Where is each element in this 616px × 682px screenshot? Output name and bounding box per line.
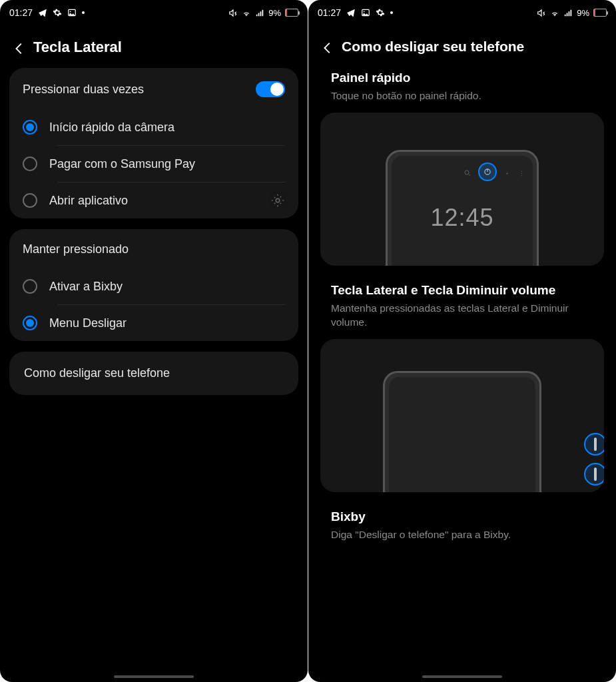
telegram-icon bbox=[38, 8, 47, 17]
mock-phone: 12:45 bbox=[386, 150, 539, 266]
mock-clock: 12:45 bbox=[392, 204, 533, 232]
mute-icon bbox=[228, 8, 238, 17]
back-button[interactable] bbox=[12, 41, 24, 53]
image-icon bbox=[361, 8, 370, 17]
radio-icon bbox=[23, 120, 37, 135]
page-header: Como desligar seu telefone bbox=[308, 25, 616, 61]
section-title: Painel rápido bbox=[320, 67, 604, 87]
radio-icon bbox=[23, 157, 37, 171]
quick-panel-illustration: 12:45 bbox=[320, 113, 604, 266]
gear-icon bbox=[53, 8, 62, 17]
option-label: Abrir aplicativo bbox=[49, 194, 258, 208]
back-button[interactable] bbox=[320, 41, 332, 53]
section-desc: Mantenha pressionadas as teclas Lateral … bbox=[320, 299, 604, 339]
quick-panel-section: Painel rápido Toque no botão no painel r… bbox=[318, 67, 607, 266]
bixby-section: Bixby Diga "Desligar o telefone" para a … bbox=[318, 506, 607, 551]
telegram-icon bbox=[346, 8, 356, 17]
status-time: 01:27 bbox=[9, 7, 33, 18]
status-time: 01:27 bbox=[318, 7, 341, 18]
radio-icon bbox=[23, 193, 37, 208]
more-indicator-icon bbox=[82, 11, 85, 14]
radio-icon bbox=[23, 316, 37, 330]
svg-point-10 bbox=[521, 175, 522, 176]
section-title: Tecla Lateral e Tecla Diminuir volume bbox=[320, 279, 604, 299]
page-title: Tecla Lateral bbox=[33, 39, 122, 56]
side-key-section: Tecla Lateral e Tecla Diminuir volume Ma… bbox=[318, 279, 607, 492]
power-icon-highlight bbox=[478, 163, 497, 181]
page-title: Como desligar seu telefone bbox=[342, 39, 524, 55]
section-desc: Toque no botão no painel rápido. bbox=[320, 87, 604, 113]
left-screenshot: 01:27 9% bbox=[0, 0, 308, 682]
section-label: Manter pressionado bbox=[23, 242, 129, 256]
option-label: Início rápido da câmera bbox=[49, 121, 285, 135]
image-icon bbox=[67, 8, 77, 17]
page-header: Tecla Lateral bbox=[0, 25, 308, 63]
search-icon bbox=[463, 168, 471, 176]
gear-icon bbox=[376, 8, 385, 17]
nav-handle[interactable] bbox=[422, 675, 502, 678]
status-bar: 01:27 9% bbox=[308, 0, 616, 25]
nav-handle[interactable] bbox=[114, 675, 194, 678]
content-area: Pressionar duas vezes Início rápido da c… bbox=[0, 63, 308, 682]
double-press-toggle[interactable] bbox=[256, 81, 285, 97]
svg-point-5 bbox=[465, 170, 469, 174]
more-icon bbox=[518, 168, 526, 176]
section-title: Bixby bbox=[320, 506, 604, 525]
right-screenshot: 01:27 9% bbox=[308, 0, 616, 682]
long-press-header: Manter pressionado bbox=[9, 229, 298, 268]
option-label: Ativar a Bixby bbox=[49, 280, 285, 294]
battery-icon bbox=[593, 9, 607, 17]
long-press-section: Manter pressionado Ativar a Bixby Menu D… bbox=[9, 229, 298, 341]
side-key-illustration bbox=[320, 339, 604, 492]
svg-point-2 bbox=[276, 198, 280, 202]
how-to-power-off-link[interactable]: Como desligar seu telefone bbox=[9, 352, 298, 395]
battery-icon bbox=[285, 9, 298, 17]
mute-icon bbox=[537, 8, 546, 17]
option-open-app[interactable]: Abrir aplicativo bbox=[9, 182, 298, 218]
content-area: Painel rápido Toque no botão no painel r… bbox=[308, 61, 616, 682]
svg-point-7 bbox=[506, 172, 508, 174]
volume-down-highlight bbox=[584, 433, 604, 456]
section-desc: Diga "Desligar o telefone" para a Bixby. bbox=[320, 525, 604, 551]
option-power-menu[interactable]: Menu Desligar bbox=[9, 305, 298, 341]
svg-point-4 bbox=[364, 11, 365, 12]
svg-point-8 bbox=[521, 171, 522, 172]
settings-icon bbox=[503, 168, 511, 176]
link-label: Como desligar seu telefone bbox=[24, 366, 170, 380]
battery-percent: 9% bbox=[268, 8, 281, 18]
option-bixby[interactable]: Ativar a Bixby bbox=[9, 268, 298, 304]
option-samsung-pay[interactable]: Pagar com o Samsung Pay bbox=[9, 146, 298, 182]
option-label: Pagar com o Samsung Pay bbox=[49, 157, 285, 171]
side-key-highlight bbox=[584, 463, 604, 486]
signal-icon bbox=[255, 8, 264, 17]
status-bar: 01:27 9% bbox=[0, 0, 308, 25]
svg-point-9 bbox=[521, 173, 522, 174]
signal-icon bbox=[563, 8, 573, 17]
wifi-icon bbox=[550, 8, 559, 17]
double-press-section: Pressionar duas vezes Início rápido da c… bbox=[9, 68, 298, 218]
battery-percent: 9% bbox=[577, 8, 589, 18]
more-indicator-icon bbox=[390, 11, 393, 14]
mock-phone bbox=[383, 371, 541, 492]
wifi-icon bbox=[242, 8, 251, 17]
svg-point-1 bbox=[70, 11, 71, 12]
open-app-settings-button[interactable] bbox=[270, 193, 285, 208]
double-press-header[interactable]: Pressionar duas vezes bbox=[9, 68, 298, 109]
section-label: Pressionar duas vezes bbox=[23, 83, 144, 97]
option-label: Menu Desligar bbox=[49, 316, 285, 330]
option-camera[interactable]: Início rápido da câmera bbox=[9, 109, 298, 145]
radio-icon bbox=[23, 279, 37, 294]
